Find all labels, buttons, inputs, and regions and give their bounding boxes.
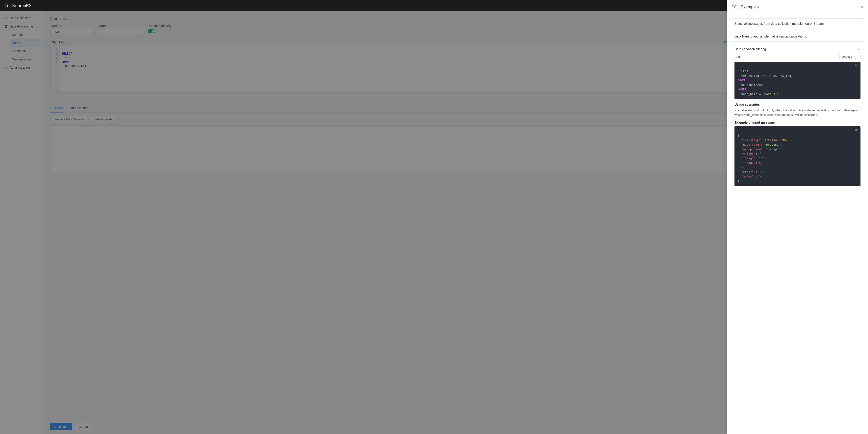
usage-scenarios-heading: Usage scenarios [735,103,861,106]
close-icon[interactable]: ✕ [860,4,863,9]
svg-rect-6 [856,129,857,130]
example-sql-codeblock: SELECT values.tag1 *2/10 AS new_tag1 FRO… [735,62,861,99]
brand-name: NeuronEX [12,3,32,8]
brand-logo-icon [4,2,10,9]
svg-rect-3 [856,65,858,67]
svg-rect-5 [856,130,858,131]
chevron-right-icon: › [859,22,861,26]
example-card[interactable]: Data filtering and simple mathematical c… [731,31,864,42]
use-this-sql-button[interactable]: Use this SQL [839,54,861,60]
usage-scenarios-text: It is calculated and output only when th… [735,108,861,117]
chevron-right-icon: › [859,35,861,38]
example-input-heading: Example of input message [735,121,861,124]
sql-label: SQL [735,55,741,59]
svg-rect-4 [856,65,857,66]
chevron-down-icon[interactable]: ⌄ [858,47,861,51]
example-card-expanded: Data condition filtering. ⌄ SQL Use this… [731,44,864,191]
sql-examples-drawer: SQL Examples ✕ Select all messages from … [727,0,868,434]
example-input-codeblock: { "timestamp": 1701134996987, "node_name… [735,126,861,186]
copy-icon[interactable] [855,64,858,69]
drawer-title: SQL Examples [732,5,758,9]
copy-icon[interactable] [855,128,858,133]
example-card[interactable]: Select all messages from data collection… [731,19,864,29]
example-title: Data condition filtering. [735,47,767,51]
